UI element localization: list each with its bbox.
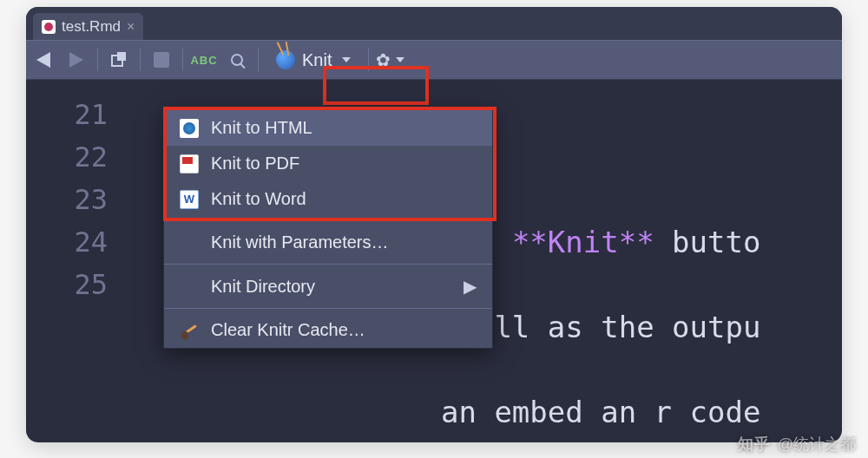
menu-item-knit-word[interactable]: Knit to Word [164,181,492,217]
arrow-left-icon [36,52,50,68]
menu-label: Knit with Parameters… [211,232,389,252]
save-icon [154,52,169,68]
gear-icon: ✿ [376,49,391,70]
toolbar-separator [140,49,141,71]
toolbar-separator [258,49,259,71]
show-in-new-window-button[interactable] [107,48,131,72]
find-replace-button[interactable] [225,48,249,72]
menu-item-knit-pdf[interactable]: Knit to PDF [164,146,492,181]
toolbar-separator [97,49,98,71]
menu-item-knit-params[interactable]: Knit with Parameters… [164,225,492,260]
save-button[interactable] [149,48,174,72]
settings-button[interactable]: ✿ [378,48,402,72]
brush-icon [180,321,199,340]
line-number: 25 [26,264,108,306]
html-icon [180,119,199,138]
submenu-arrow-icon: ▶ [464,276,477,297]
blank-icon [180,233,199,252]
line-gutter: 21 22 23 24 25 [26,80,123,442]
knit-dropdown-menu: Knit to HTML Knit to PDF Knit to Word Kn… [163,109,493,349]
popup-window-icon [110,52,128,68]
line-number: 21 [26,94,108,136]
menu-label: Clear Knitr Cache… [211,320,365,340]
line-number: 23 [26,179,108,221]
line-number: 22 [26,136,108,179]
menu-item-clear-cache[interactable]: Clear Knitr Cache… [164,312,492,348]
editor-window: test.Rmd × ABC Knit ✿ 21 22 [26,7,842,442]
menu-label: Knit to PDF [211,154,299,173]
knit-label: Knit [302,50,332,70]
knit-button[interactable]: Knit [267,47,359,74]
watermark: 知乎 @统计之都 [738,434,856,455]
file-tab[interactable]: test.Rmd × [33,13,143,40]
menu-label: Knit to Word [211,189,306,209]
code-line: an embed an r code [139,391,842,434]
rmd-file-icon [42,20,56,34]
close-icon[interactable]: × [127,19,135,35]
line-number: 24 [26,221,108,264]
pdf-icon [180,154,199,173]
chevron-down-icon [342,57,351,62]
zhihu-logo: 知乎 [738,434,771,455]
search-icon [231,54,243,66]
menu-label: Knit Directory [211,277,315,297]
chevron-down-icon [396,57,404,62]
forward-button [64,48,89,72]
toolbar: ABC Knit ✿ [26,40,842,80]
toolbar-separator [182,49,183,71]
arrow-right-icon [69,52,83,68]
menu-item-knit-directory[interactable]: Knit Directory ▶ [164,268,492,304]
knit-icon [276,50,295,69]
blank-icon [180,277,199,296]
word-icon [180,190,199,209]
back-button[interactable] [31,48,56,72]
menu-label: Knit to HTML [211,118,312,138]
menu-item-knit-html[interactable]: Knit to HTML [164,110,492,146]
toolbar-separator [368,49,369,71]
menu-separator [164,220,492,221]
markdown-bold: **Knit** [512,225,654,259]
watermark-author: @统计之都 [778,434,856,455]
svg-rect-1 [117,52,126,61]
tab-filename: test.Rmd [62,18,121,36]
menu-separator [164,264,492,265]
tab-bar: test.Rmd × [26,7,842,40]
menu-separator [164,308,492,309]
spellcheck-button[interactable]: ABC [192,48,216,72]
